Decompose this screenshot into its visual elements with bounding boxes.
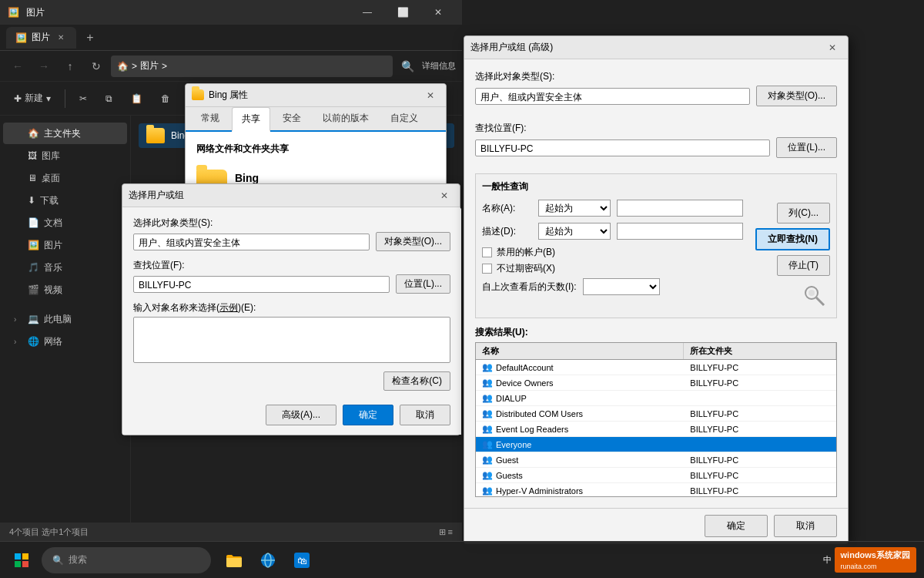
address-bar[interactable]: 🏠 > 图片 > — [111, 55, 393, 77]
adv-cancel-btn[interactable]: 取消 — [774, 515, 837, 537]
sidebar-item-label: 图片 — [44, 239, 62, 252]
taskbar-search[interactable]: 🔍 搜索 — [42, 547, 211, 573]
sidebar-item-network[interactable]: › 🌐 网络 — [3, 331, 127, 352]
download-icon: ⬇ — [28, 195, 35, 206]
table-row[interactable]: 👥Hyper-V AdministratorsBILLYFU-PC — [476, 483, 836, 497]
adv-desc-hint-select[interactable]: 起始为 — [538, 223, 611, 240]
tab-customize[interactable]: 自定义 — [381, 107, 427, 130]
explorer-maximize-btn[interactable]: ⬜ — [385, 0, 420, 25]
explorer-minimize-btn[interactable]: — — [350, 0, 385, 25]
sidebar-item-gallery[interactable]: 🖼 图库 — [3, 145, 127, 166]
table-row[interactable]: 👥Device OwnersBILLYFU-PC — [476, 375, 836, 391]
nav-refresh-btn[interactable]: ↻ — [85, 55, 108, 78]
tab-add-btn[interactable]: + — [79, 27, 101, 49]
cut-btn[interactable]: ✂ — [72, 86, 95, 111]
explorer-tab[interactable]: 🖼️ 图片 ✕ — [6, 27, 76, 49]
results-cell-name: 👥Guests — [476, 468, 684, 482]
bing-dialog-title: Bing 属性 — [209, 89, 421, 102]
object-type-label: 选择此对象类型(S): — [133, 217, 450, 230]
sidebar-item-downloads[interactable]: ⬇ 下载 — [3, 190, 127, 211]
adv-stop-btn[interactable]: 停止(T) — [777, 255, 830, 276]
svg-rect-3 — [15, 553, 21, 560]
detail-info-btn[interactable]: 详细信息 — [422, 60, 456, 72]
tab-previous-versions[interactable]: 以前的版本 — [313, 107, 378, 130]
taskbar-right: 中 windows系统家园 runaita.com — [823, 547, 924, 573]
results-header-folder: 所在文件夹 — [684, 343, 836, 359]
table-row[interactable]: 👥DefaultAccountBILLYFU-PC — [476, 360, 836, 375]
user-name: Everyone — [496, 440, 531, 449]
small-cancel-btn[interactable]: 取消 — [400, 405, 450, 425]
enter-input[interactable] — [133, 317, 450, 363]
sidebar-item-documents[interactable]: 📄 文档 — [3, 212, 127, 234]
paste-btn[interactable]: 📋 — [123, 86, 150, 111]
delete-btn[interactable]: 🗑 — [153, 86, 178, 111]
taskbar-browser-icon[interactable] — [253, 545, 283, 576]
search-icon: 🔍 — [52, 555, 64, 566]
table-row[interactable]: 👥GuestsBILLYFU-PC — [476, 468, 836, 483]
adv-list-btn[interactable]: 列(C)... — [777, 203, 830, 223]
adv-dialog-close-btn[interactable]: ✕ — [823, 39, 842, 57]
bing-dialog-close-btn[interactable]: ✕ — [421, 86, 440, 105]
table-row[interactable]: 👥GuestBILLYFU-PC — [476, 452, 836, 468]
sidebar-item-pictures[interactable]: 🖼️ 图片 — [3, 234, 127, 256]
results-table[interactable]: 名称 所在文件夹 👥DefaultAccountBILLYFU-PC👥Devic… — [475, 342, 837, 497]
desktop-icon: 🖥 — [28, 173, 37, 183]
results-cell-name: 👥Hyper-V Administrators — [476, 483, 684, 497]
sidebar-item-desktop[interactable]: 🖥 桌面 — [3, 167, 127, 189]
adv-query-buttons: 列(C)... 立即查找(N) 停止(T) — [755, 200, 830, 311]
nav-up-btn[interactable]: ↑ — [59, 55, 82, 78]
copy-icon: ⧉ — [105, 93, 112, 104]
view-toggle[interactable]: ⊞ ≡ — [439, 527, 453, 537]
results-cell-folder: BILLYFU-PC — [684, 361, 836, 375]
adv-noexpire-row: 不过期密码(X) — [482, 262, 743, 275]
adv-ok-btn[interactable]: 确定 — [705, 515, 768, 537]
adv-desc-input[interactable] — [617, 223, 743, 240]
folder-icon-bing — [146, 128, 165, 143]
paste-icon: 📋 — [131, 93, 142, 104]
tab-security[interactable]: 安全 — [273, 107, 310, 130]
sidebar-item-home[interactable]: 🏠 主文件夹 — [3, 123, 127, 144]
small-ok-btn[interactable]: 确定 — [343, 405, 393, 425]
new-btn[interactable]: ✚ 新建 ▾ — [6, 86, 59, 111]
adv-name-hint-select[interactable]: 起始为 — [538, 200, 611, 217]
adv-disabled-checkbox[interactable] — [482, 247, 492, 257]
adv-noexpire-checkbox[interactable] — [482, 264, 492, 274]
address-path: > — [132, 61, 137, 72]
search-nav-btn[interactable]: 🔍 — [396, 55, 419, 78]
taskbar-folder-icon[interactable] — [219, 545, 249, 576]
nav-back-btn[interactable]: ← — [6, 55, 29, 78]
table-row[interactable]: 👥Distributed COM UsersBILLYFU-PC — [476, 406, 836, 422]
computer-icon: 💻 — [28, 314, 39, 324]
adv-object-type-btn[interactable]: 对象类型(O)... — [756, 86, 837, 106]
adv-name-input[interactable] — [617, 200, 743, 217]
location-btn[interactable]: 位置(L)... — [396, 274, 450, 294]
advanced-btn[interactable]: 高级(A)... — [266, 405, 336, 425]
nav-forward-btn[interactable]: → — [32, 55, 55, 78]
adv-days-select[interactable] — [583, 278, 660, 295]
adv-search-btn[interactable]: 立即查找(N) — [755, 228, 830, 250]
object-type-btn[interactable]: 对象类型(O)... — [376, 232, 450, 251]
sidebar-item-label: 此电脑 — [44, 313, 72, 326]
enter-row — [133, 317, 450, 365]
explorer-titlebar: 🖼️ 图片 — ⬜ ✕ — [0, 0, 462, 25]
table-row[interactable]: 👥DIALUP — [476, 391, 836, 406]
explorer-close-btn[interactable]: ✕ — [420, 0, 456, 25]
sidebar-item-computer[interactable]: › 💻 此电脑 — [3, 308, 127, 330]
adv-location-value: BILLYFU-PC — [475, 139, 770, 156]
table-row[interactable]: 👥Event Log ReadersBILLYFU-PC — [476, 422, 836, 437]
start-btn[interactable] — [6, 545, 37, 576]
select-user-small-close-btn[interactable]: ✕ — [435, 187, 454, 205]
sidebar-item-music[interactable]: 🎵 音乐 — [3, 257, 127, 278]
table-row[interactable]: 👥Everyone — [476, 437, 836, 452]
copy-btn[interactable]: ⧉ — [98, 86, 120, 111]
taskbar-store-icon[interactable]: 🛍 — [286, 545, 317, 576]
tab-general[interactable]: 常规 — [192, 107, 229, 130]
tab-share[interactable]: 共享 — [232, 107, 270, 132]
tab-close-btn[interactable]: ✕ — [55, 32, 67, 44]
check-name-btn[interactable]: 检查名称(C) — [383, 371, 450, 391]
results-cell-name: 👥Device Owners — [476, 375, 684, 390]
sidebar-item-video[interactable]: 🎬 视频 — [3, 279, 127, 301]
adv-location-btn[interactable]: 位置(L)... — [776, 137, 837, 158]
results-cell-folder: BILLYFU-PC — [684, 469, 836, 482]
select-user-small-content-wrap: 选择此对象类型(S): 用户、组或内置安全主体 对象类型(O)... 查找位置(… — [122, 207, 461, 435]
